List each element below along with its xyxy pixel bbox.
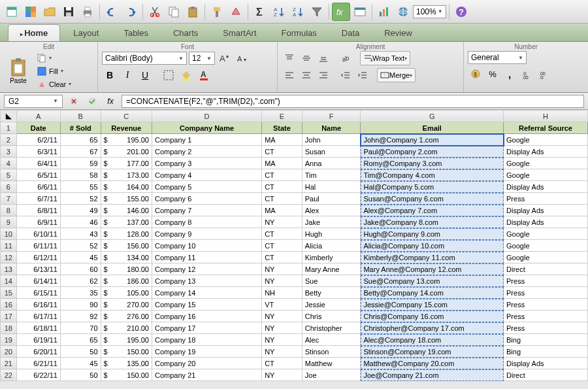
open-icon[interactable]: [41, 3, 59, 21]
align-center-icon[interactable]: [299, 68, 314, 82]
cell-email[interactable]: Stinson@Company 19.com: [361, 346, 504, 358]
cell-referral[interactable]: Display Ads: [504, 181, 588, 193]
copy-icon[interactable]: [165, 3, 183, 21]
cell-sold[interactable]: 65: [60, 334, 101, 346]
cell-company[interactable]: Company 15: [152, 299, 262, 311]
cell-revenue[interactable]: $195.00: [101, 134, 152, 146]
cell-state[interactable]: NY: [262, 275, 302, 287]
cell-date[interactable]: 6/2/11: [16, 134, 60, 146]
orientation-icon[interactable]: ab: [338, 51, 353, 65]
cell-referral[interactable]: Display Ads: [504, 216, 588, 228]
table-row[interactable]: 46/4/1159$177.00Company 3MAAnnaRomy@Comp…: [1, 158, 588, 169]
cell-date[interactable]: 6/14/11: [16, 275, 60, 287]
cell-name[interactable]: Christopher: [302, 322, 361, 334]
font-size-box[interactable]: 12▼: [189, 52, 215, 65]
cut-icon[interactable]: [146, 3, 164, 21]
save-icon[interactable]: [59, 3, 78, 21]
undo-icon[interactable]: [103, 3, 121, 21]
sort-desc-icon[interactable]: ZA: [289, 3, 307, 21]
table-row[interactable]: 136/13/1160$180.00Company 12NYMary AnneM…: [1, 263, 588, 275]
cell-revenue[interactable]: $156.00: [101, 240, 152, 252]
row-header[interactable]: 4: [1, 158, 17, 169]
cell-sold[interactable]: 52: [60, 240, 101, 252]
header-name[interactable]: Name: [302, 122, 361, 134]
autosum-icon[interactable]: Σ: [251, 3, 269, 21]
row-header[interactable]: 1: [1, 122, 17, 134]
cell-email[interactable]: Christopher@Company 17.com: [361, 322, 504, 334]
table-row[interactable]: 196/19/1165$195.00Company 18NYAlecAlec@C…: [1, 334, 588, 346]
cell-company[interactable]: Company 20: [152, 358, 262, 369]
decrease-decimal-icon[interactable]: .00.0: [536, 67, 551, 81]
cell-email[interactable]: Alec@Company 18.com: [361, 334, 504, 346]
header-sold[interactable]: # Sold: [60, 122, 101, 134]
cell-referral[interactable]: Direct: [504, 263, 588, 275]
table-row[interactable]: 106/10/1143$128.00Company 9CTHughHugh@Co…: [1, 228, 588, 240]
row-header[interactable]: 8: [1, 205, 17, 216]
chart-icon[interactable]: [375, 3, 393, 21]
merge-button[interactable]: Merge ▾: [377, 68, 416, 82]
copy-button[interactable]: ▾: [35, 52, 74, 64]
cell-revenue[interactable]: $195.00: [101, 334, 152, 346]
cell-date[interactable]: 6/13/11: [16, 263, 60, 275]
filter-icon[interactable]: [308, 3, 326, 21]
cell-email[interactable]: Hugh@Company 9.com: [361, 228, 504, 240]
table-row[interactable]: 96/9/1146$137.00Company 8NYJakeJake@Comp…: [1, 216, 588, 228]
cell-state[interactable]: CT: [262, 181, 302, 193]
paste-icon[interactable]: [184, 3, 202, 21]
cell-state[interactable]: MA: [262, 134, 302, 146]
cell-company[interactable]: Company 7: [152, 205, 262, 216]
tab-home[interactable]: ▸ Home: [8, 24, 60, 41]
cell-name[interactable]: Joe: [302, 369, 361, 381]
cell-referral[interactable]: Google: [504, 169, 588, 181]
cell-revenue[interactable]: $128.00: [101, 228, 152, 240]
table-row[interactable]: 76/7/1152$155.00Company 6CTPaulSusan@Com…: [1, 193, 588, 205]
cell-company[interactable]: Company 16: [152, 311, 262, 322]
cell-revenue[interactable]: $137.00: [101, 216, 152, 228]
decrease-font-icon[interactable]: A▾: [235, 51, 250, 65]
cell-date[interactable]: 6/3/11: [16, 146, 60, 158]
cell-name[interactable]: Alec: [302, 334, 361, 346]
cell-email[interactable]: Sue@Company 13.com: [361, 275, 504, 287]
cell-company[interactable]: Company 3: [152, 158, 262, 169]
cell-email[interactable]: John@Company 1.com: [361, 134, 504, 146]
cell-state[interactable]: NY: [262, 216, 302, 228]
row-header[interactable]: 13: [1, 263, 17, 275]
table-row[interactable]: 56/5/1158$173.00Company 4CTTimTim@Compan…: [1, 169, 588, 181]
col-header-G[interactable]: G: [361, 110, 504, 122]
row-header[interactable]: 5: [1, 169, 17, 181]
table-row[interactable]: 86/8/1149$146.00Company 7MAAlexAlex@Comp…: [1, 205, 588, 216]
cell-state[interactable]: NY: [262, 322, 302, 334]
cell-name[interactable]: Paul: [302, 193, 361, 205]
cell-referral[interactable]: Display Ads: [504, 205, 588, 216]
cell-referral[interactable]: Bing: [504, 346, 588, 358]
cell-referral[interactable]: Google: [504, 252, 588, 263]
cell-name[interactable]: Hal: [302, 181, 361, 193]
table-row[interactable]: 166/16/1190$270.00Company 15VTJessieJess…: [1, 299, 588, 311]
cell-state[interactable]: NY: [262, 263, 302, 275]
row-header[interactable]: 7: [1, 193, 17, 205]
cell-referral[interactable]: Display Ads: [504, 358, 588, 369]
cell-sold[interactable]: 62: [60, 275, 101, 287]
header-state[interactable]: State: [262, 122, 302, 134]
underline-button[interactable]: U: [137, 68, 153, 82]
cell-name[interactable]: Alicia: [302, 240, 361, 252]
table-row[interactable]: 156/15/1135$105.00Company 14NHBettyBetty…: [1, 287, 588, 299]
cell-company[interactable]: Company 8: [152, 216, 262, 228]
cell-state[interactable]: CT: [262, 252, 302, 263]
cell-referral[interactable]: Press: [504, 275, 588, 287]
cell-sold[interactable]: 92: [60, 311, 101, 322]
cell-company[interactable]: Company 4: [152, 169, 262, 181]
tab-smartart[interactable]: SmartArt: [211, 25, 268, 41]
cell-sold[interactable]: 65: [60, 134, 101, 146]
cell-name[interactable]: Tim: [302, 169, 361, 181]
cell-date[interactable]: 6/10/11: [16, 228, 60, 240]
table-row[interactable]: 146/14/1162$186.00Company 13NYSueSue@Com…: [1, 275, 588, 287]
table-header-row[interactable]: 1 Date # Sold Revenue Company Name State…: [1, 122, 588, 134]
new-from-template-icon[interactable]: [22, 3, 40, 21]
cell-email[interactable]: Paul@Company 2.com: [361, 146, 504, 158]
cell-state[interactable]: MA: [262, 158, 302, 169]
percent-icon[interactable]: %: [485, 67, 500, 81]
cell-date[interactable]: 6/22/11: [16, 369, 60, 381]
cell-state[interactable]: CT: [262, 228, 302, 240]
align-bottom-icon[interactable]: [316, 51, 331, 65]
